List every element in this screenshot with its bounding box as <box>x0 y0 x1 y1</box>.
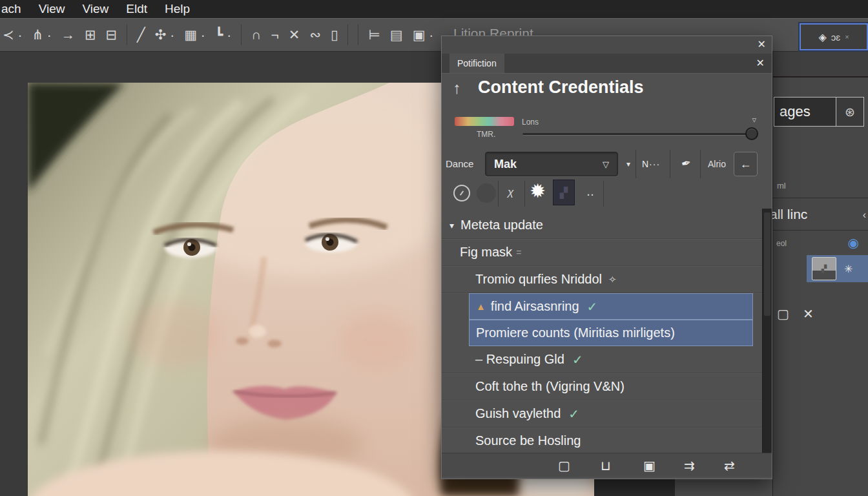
menu-item-edit[interactable]: Eldt <box>126 2 147 16</box>
slider-track[interactable] <box>522 133 752 136</box>
new-page-icon[interactable]: ▢ <box>777 306 789 322</box>
list-item-coft-tohe[interactable]: Coft tohe th (Vigring V&N) <box>442 373 763 400</box>
right-panel: ages ⊛ ml all linc ‹ eol ◉ ▞ ✳ ▢ ✕ <box>772 52 868 496</box>
list-item-respuing-gld[interactable]: – Respuing Gld ✓ <box>442 346 763 373</box>
scrollbar-thumb[interactable] <box>764 212 770 316</box>
separator <box>670 150 670 178</box>
brush-icon[interactable]: ✒ <box>679 155 692 171</box>
dialog-footer-toolbar: ▢ ⊔ ▣ ⇉ ⇄ <box>442 453 772 477</box>
verify-button-label: ɔɛ <box>831 32 840 43</box>
back-arrow-icon[interactable]: ↑ <box>453 79 461 98</box>
badge-burst-icon[interactable]: ✹ <box>530 180 546 202</box>
close-icon[interactable]: ✕ <box>756 57 765 69</box>
dialog-titlebar[interactable]: ✕ <box>442 36 772 54</box>
list-item-guish-vaylethd[interactable]: Guish vaylethd ✓ <box>442 400 763 428</box>
shield-icon: ◈ <box>818 31 826 43</box>
slider-handle[interactable] <box>745 127 758 140</box>
list-item-label: find Airsasnring <box>491 299 579 314</box>
ages-field[interactable]: ages ⊛ <box>774 97 864 127</box>
divider <box>773 198 868 198</box>
mode-dropdown[interactable]: Mak ▽ <box>485 152 618 176</box>
swap-arrows-icon[interactable]: ⇄ <box>724 458 735 473</box>
image-frame-icon[interactable]: ▣ <box>643 458 656 473</box>
tab-potifiction[interactable]: Potifiction <box>450 54 504 73</box>
list-item-fig-mask[interactable]: Fig mask = <box>442 239 763 266</box>
list-item-label: Promiere counts (Miritias mirligets) <box>476 326 675 340</box>
verify-button[interactable]: ◈ ɔɛ × <box>800 23 868 50</box>
dropdown-value: Mak <box>494 158 517 171</box>
lasso-tool-icon[interactable]: ⋔ · <box>32 27 51 43</box>
app-window: ach View View Eldt Help ≺ · ⋔ · → ⊞ ⊟ ╱ … <box>0 0 868 496</box>
list-item-tromio-qurfies[interactable]: Tromio qurfies Nriddol ✧ <box>442 266 763 293</box>
select-tool-icon[interactable]: ≺ · <box>3 27 22 43</box>
ml-label: ml <box>777 181 786 191</box>
disabled-circle-icon <box>477 183 496 203</box>
list-arrow-icon[interactable]: ⇉ <box>684 458 695 473</box>
toolbar-separator <box>241 25 242 45</box>
list-item-source-hosling[interactable]: Source be Hosling <box>442 428 763 455</box>
list-item-label: Tromio qurfies Nriddol <box>475 272 602 287</box>
dialog-tab-bar: Potifiction ✕ <box>442 54 772 74</box>
link-tool-icon[interactable]: ∾ <box>309 27 321 43</box>
menu-item-view[interactable]: View <box>39 2 65 16</box>
eraser-tool-icon[interactable]: ▤ <box>390 27 403 43</box>
menu-item-view-2[interactable]: View <box>82 2 108 16</box>
toolbar-separator <box>127 25 127 45</box>
curve-tool-icon[interactable]: ∩ <box>251 27 261 43</box>
all-linc-label: all linc <box>770 207 807 222</box>
export-frame-icon[interactable]: ⊞ <box>85 27 96 43</box>
back-button[interactable]: ← <box>734 152 758 176</box>
note-tool-icon[interactable]: ¬ <box>271 27 278 43</box>
separator <box>636 150 636 178</box>
layer-selected-row[interactable]: ▞ ✳ <box>807 255 868 282</box>
eol-label: eol <box>776 239 787 248</box>
scrollbar[interactable] <box>762 209 772 453</box>
chevron-left-icon[interactable]: ‹ <box>863 209 866 221</box>
move-tool-icon[interactable]: → <box>61 27 75 43</box>
close-icon[interactable]: × <box>845 33 849 41</box>
chevron-down-icon[interactable]: ▾ <box>450 220 454 231</box>
document-tool-icon[interactable]: ▣ · <box>413 27 434 43</box>
align-tool-icon[interactable]: ⊨ <box>368 27 380 43</box>
layer-thumbnail[interactable]: ▞ <box>812 257 836 280</box>
list-item-label: Coft tohe th (Vigring V&N) <box>475 379 625 394</box>
n-button[interactable]: N··· <box>642 159 660 169</box>
canvas-edge-strip <box>594 479 675 496</box>
frame-tool-icon[interactable]: ▯ <box>331 27 338 43</box>
list-item-label: Meteta update <box>460 218 543 232</box>
list-item-find-airsasnring[interactable]: ▲ find Airsasnring ✓ <box>469 293 753 320</box>
badge-circle-icon[interactable]: ⊛ <box>836 98 863 126</box>
ruler-tool-icon[interactable]: ┗ · <box>215 27 231 43</box>
chi-icon[interactable]: χ <box>508 186 513 199</box>
chevron-down-icon[interactable]: ▾ <box>626 160 630 169</box>
separator <box>603 181 604 207</box>
heal-tool-icon[interactable]: ✣ · <box>155 27 174 43</box>
image-thumbnail[interactable]: ▞ <box>553 180 575 205</box>
list-item-label: – Respuing Gld <box>475 352 564 367</box>
credentials-list: ▾ Meteta update Fig mask = Tromio qurfie… <box>442 212 763 455</box>
radio-button-icon[interactable]: ◉ <box>848 235 859 251</box>
trash-icon[interactable]: ⊔ <box>601 458 611 473</box>
copy-page-icon[interactable]: ▢ <box>558 458 570 473</box>
more-options-icon[interactable]: ‥ <box>586 185 595 199</box>
pen-tool-icon[interactable]: ╱ <box>137 27 145 43</box>
close-icon[interactable]: ✕ <box>803 306 814 322</box>
list-item-promiere-counts[interactable]: Promiere counts (Miritias mirligets) <box>469 320 753 346</box>
check-icon: ✓ <box>568 406 579 422</box>
list-item-meteta-update[interactable]: ▾ Meteta update <box>442 212 763 239</box>
menu-item-help[interactable]: Help <box>165 2 190 16</box>
separator <box>498 181 499 207</box>
stamp-tool-icon[interactable]: ▦ · <box>184 27 205 43</box>
menu-bar: ach View View Eldt Help <box>0 0 868 18</box>
right-panel-header <box>773 52 868 78</box>
close-tool-icon[interactable]: ✕ <box>289 27 300 43</box>
panel-bottom-strip <box>675 479 772 496</box>
close-icon[interactable]: ✕ <box>758 38 766 50</box>
gradient-swatch[interactable] <box>455 117 514 126</box>
pen-sparkle-icon: ✧ <box>608 274 617 285</box>
triangle-icon: ▲ <box>476 301 486 312</box>
menu-item-ach[interactable]: ach <box>1 2 21 16</box>
check-icon: ✓ <box>587 299 598 315</box>
history-clock-icon[interactable] <box>453 185 470 202</box>
delete-frame-icon[interactable]: ⊟ <box>105 27 117 43</box>
